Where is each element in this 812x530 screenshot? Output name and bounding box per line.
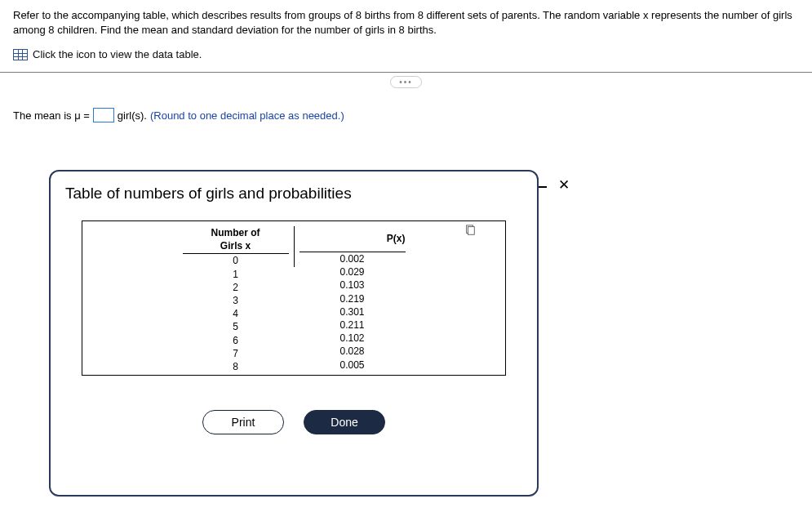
table-cell: 0.028 bbox=[300, 345, 406, 358]
table-cell: 1 bbox=[183, 268, 289, 281]
col-px-head: P(x) bbox=[387, 232, 406, 245]
mean-input[interactable] bbox=[93, 108, 114, 122]
table-cell: 0.005 bbox=[300, 359, 406, 372]
mean-suffix: girl(s). bbox=[118, 109, 147, 122]
col-x-head2: Girls x bbox=[220, 239, 251, 252]
table-icon bbox=[13, 49, 28, 60]
done-button[interactable]: Done bbox=[304, 410, 385, 434]
table-cell: 3 bbox=[183, 294, 289, 307]
view-data-table-link[interactable]: Click the icon to view the data table. bbox=[13, 48, 799, 60]
table-cell: 6 bbox=[183, 334, 289, 347]
col-px: P(x) 0.002 0.029 0.103 0.219 0.301 0.211… bbox=[300, 226, 406, 373]
table-cell: 5 bbox=[183, 320, 289, 333]
table-cell: 7 bbox=[183, 347, 289, 360]
table-cell: 2 bbox=[183, 281, 289, 294]
col-x: Number of Girls x 0 1 2 3 4 5 6 7 8 bbox=[183, 226, 289, 373]
table-cell: 0.103 bbox=[300, 278, 406, 292]
table-cell: 4 bbox=[183, 307, 289, 320]
col-x-head1: Number of bbox=[211, 226, 260, 239]
table-cell: 0.002 bbox=[300, 252, 406, 265]
table-cell: 0.211 bbox=[300, 318, 406, 332]
table-cell: 0 bbox=[183, 254, 289, 267]
data-table: Number of Girls x 0 1 2 3 4 5 6 7 8 P bbox=[82, 220, 506, 376]
answer-row: The mean is μ = girl(s). (Round to one d… bbox=[0, 91, 812, 131]
data-link-text: Click the icon to view the data table. bbox=[33, 48, 202, 60]
problem-text: Refer to the accompanying table, which d… bbox=[13, 8, 799, 37]
svg-rect-1 bbox=[468, 227, 474, 235]
print-button[interactable]: Print bbox=[202, 410, 284, 434]
table-cell: 8 bbox=[183, 360, 289, 373]
table-cell: 0.102 bbox=[300, 332, 406, 345]
copy-icon[interactable] bbox=[464, 225, 476, 236]
table-cell: 0.301 bbox=[300, 305, 406, 318]
table-cell: 0.029 bbox=[300, 265, 406, 278]
close-icon[interactable]: ✕ bbox=[558, 176, 570, 194]
table-cell: 0.219 bbox=[300, 292, 406, 305]
data-table-dialog: Table of numbers of girls and probabilit… bbox=[49, 170, 539, 497]
dialog-title: Table of numbers of girls and probabilit… bbox=[65, 185, 522, 203]
col-divider bbox=[294, 226, 295, 267]
expand-pill[interactable]: ••• bbox=[390, 76, 422, 88]
mean-prefix: The mean is μ = bbox=[13, 109, 90, 122]
mean-hint: (Round to one decimal place as needed.) bbox=[150, 109, 344, 122]
